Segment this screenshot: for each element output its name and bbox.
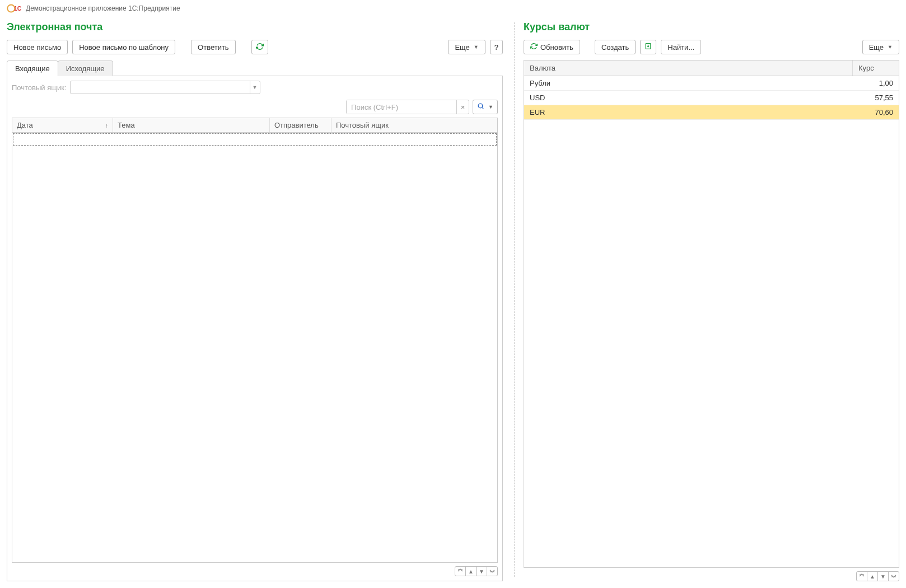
rates-table-header: Валюта Курс xyxy=(524,60,899,76)
chevron-down-icon: ▼ xyxy=(488,104,493,110)
email-title: Электронная почта xyxy=(7,21,503,33)
email-table: Дата ↑ Тема Отправитель Почтовый ящик xyxy=(12,118,498,563)
email-panel: Электронная почта Новое письмо Новое пис… xyxy=(0,17,510,588)
chevron-down-icon: ▼ xyxy=(888,44,893,50)
download-button[interactable] xyxy=(640,40,656,54)
rates-more-button[interactable]: Еще ▼ xyxy=(862,40,899,54)
rate-cell: 57,55 xyxy=(853,91,899,105)
rates-table: Валюта Курс Рубли1,00USD57,55EUR70,60 xyxy=(524,60,899,568)
mailbox-label: Почтовый ящик: xyxy=(12,83,67,92)
app-header: 1C Демонстрационное приложение 1С:Предпр… xyxy=(0,0,906,17)
rate-cell: 70,60 xyxy=(853,105,899,119)
refresh-icon xyxy=(530,43,538,52)
clear-search-icon[interactable]: × xyxy=(456,100,469,114)
search-box: × xyxy=(346,100,469,114)
column-subject[interactable]: Тема xyxy=(113,118,270,132)
currency-cell: USD xyxy=(524,91,853,105)
nav-last-icon[interactable] xyxy=(888,571,899,581)
column-sender[interactable]: Отправитель xyxy=(270,118,331,132)
column-mailbox[interactable]: Почтовый ящик xyxy=(331,118,497,132)
help-button[interactable]: ? xyxy=(490,40,503,54)
find-button[interactable]: Найти... xyxy=(661,40,701,54)
nav-up-icon[interactable]: ▲ xyxy=(465,566,477,576)
rates-panel: Курсы валют Обновить Создать Найти... Ещ… xyxy=(519,17,906,588)
new-letter-button[interactable]: Новое письмо xyxy=(7,40,68,54)
search-row: × ▼ xyxy=(12,100,498,114)
search-button[interactable]: ▼ xyxy=(473,100,498,114)
svg-line-3 xyxy=(482,108,483,109)
rates-refresh-button[interactable]: Обновить xyxy=(524,40,580,54)
refresh-icon xyxy=(256,43,264,52)
search-icon xyxy=(477,102,484,111)
email-nav-buttons: ▲ ▼ xyxy=(12,566,498,576)
svg-text:1C: 1C xyxy=(14,6,21,12)
currency-cell: Рубли xyxy=(524,76,853,90)
logo-1c-icon: 1C xyxy=(7,3,21,13)
email-toolbar: Новое письмо Новое письмо по шаблону Отв… xyxy=(7,40,503,54)
tab-outbox[interactable]: Исходящие xyxy=(58,60,113,76)
sort-asc-icon: ↑ xyxy=(105,122,109,129)
email-tabs: Входящие Исходящие xyxy=(7,60,503,76)
column-rate[interactable]: Курс xyxy=(853,60,899,76)
table-row[interactable]: USD57,55 xyxy=(524,91,899,105)
table-row[interactable]: EUR70,60 xyxy=(524,105,899,120)
mailbox-field-row: Почтовый ящик: ▼ xyxy=(12,81,498,94)
reply-button[interactable]: Ответить xyxy=(191,40,236,54)
nav-up-icon[interactable]: ▲ xyxy=(867,571,878,581)
email-table-body xyxy=(12,133,497,562)
email-content: Почтовый ящик: ▼ × ▼ xyxy=(7,76,503,581)
currency-cell: EUR xyxy=(524,105,853,119)
rate-cell: 1,00 xyxy=(853,76,899,90)
rates-table-body: Рубли1,00USD57,55EUR70,60 xyxy=(524,76,899,567)
svg-point-2 xyxy=(478,104,483,108)
svg-point-0 xyxy=(7,5,15,12)
rates-toolbar: Обновить Создать Найти... Еще ▼ xyxy=(524,40,899,54)
download-icon xyxy=(645,43,652,52)
more-button[interactable]: Еще ▼ xyxy=(448,40,485,54)
mailbox-input[interactable] xyxy=(71,81,250,94)
email-table-header: Дата ↑ Тема Отправитель Почтовый ящик xyxy=(12,118,497,133)
rates-nav-buttons: ▲ ▼ xyxy=(524,571,899,581)
chevron-down-icon[interactable]: ▼ xyxy=(250,81,260,94)
column-date[interactable]: Дата ↑ xyxy=(12,118,113,132)
nav-last-icon[interactable] xyxy=(487,566,498,576)
column-currency[interactable]: Валюта xyxy=(524,60,853,76)
create-button[interactable]: Создать xyxy=(595,40,636,54)
nav-down-icon[interactable]: ▼ xyxy=(476,566,487,576)
tab-inbox[interactable]: Входящие xyxy=(7,60,58,76)
new-template-button[interactable]: Новое письмо по шаблону xyxy=(72,40,175,54)
nav-down-icon[interactable]: ▼ xyxy=(877,571,889,581)
rates-title: Курсы валют xyxy=(524,21,899,33)
nav-first-icon[interactable] xyxy=(856,571,867,581)
panel-divider[interactable] xyxy=(514,22,515,577)
refresh-button[interactable] xyxy=(251,40,268,54)
app-title: Демонстрационное приложение 1С:Предприят… xyxy=(26,4,180,12)
search-input[interactable] xyxy=(347,100,456,114)
table-row[interactable] xyxy=(13,133,497,146)
nav-first-icon[interactable] xyxy=(455,566,466,576)
table-row[interactable]: Рубли1,00 xyxy=(524,76,899,91)
mailbox-select[interactable]: ▼ xyxy=(70,81,260,94)
chevron-down-icon: ▼ xyxy=(474,44,479,50)
